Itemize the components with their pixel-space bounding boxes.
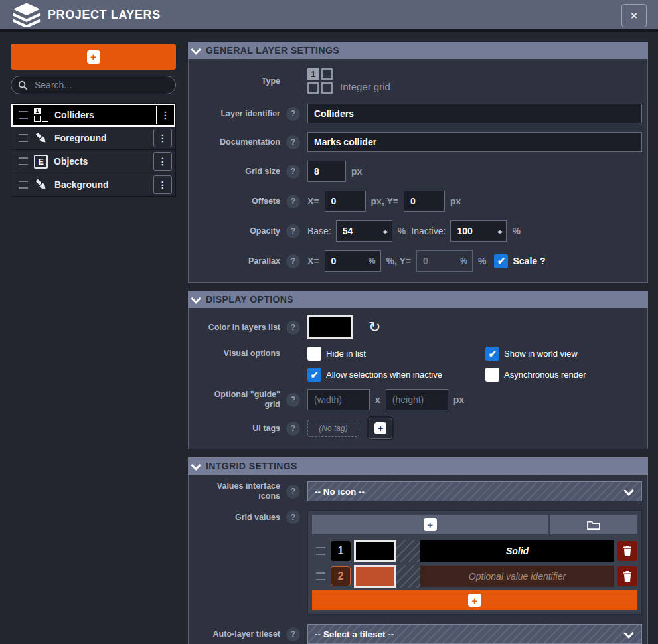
layer-name: Foreground (54, 133, 153, 143)
value-identifier-input[interactable] (420, 540, 614, 562)
type-label: Type (198, 76, 280, 86)
help-icon[interactable]: ? (286, 135, 300, 149)
grid-values-label: Grid values (198, 513, 280, 523)
drag-handle-icon[interactable] (19, 157, 28, 165)
values-icons-row: Values interface icons ? -- No icon -- (198, 481, 642, 501)
px-unit: px (351, 166, 362, 177)
help-icon[interactable]: ? (286, 510, 300, 524)
section-display-header[interactable]: DISPLAY OPTIONS (188, 291, 648, 308)
help-icon[interactable]: ? (286, 195, 300, 208)
layer-menu-button[interactable]: ⋮ (156, 106, 174, 124)
plus-icon: + (374, 422, 386, 434)
guide-height-input[interactable] (386, 389, 448, 410)
grid-size-label: Grid size (198, 167, 280, 177)
add-value-bar-button[interactable]: + (312, 590, 637, 610)
intgrid-cell: 1 (34, 108, 41, 114)
grid-values-row: Grid values ? + (198, 510, 642, 615)
plus-icon: + (87, 50, 100, 64)
opacity-inactive-input[interactable] (450, 220, 507, 242)
section-intgrid: INTGRID SETTINGS Values interface icons … (188, 457, 648, 644)
value-badge: 1 (331, 541, 351, 561)
close-button[interactable]: × (621, 4, 647, 27)
hatch-decoration (396, 565, 420, 588)
layer-row-foreground[interactable]: Foreground ⋮ (11, 127, 175, 150)
scale-checkbox[interactable] (494, 254, 508, 268)
hide-in-list-checkbox[interactable] (307, 347, 321, 361)
reset-color-icon[interactable]: ↻ (369, 320, 380, 335)
section-title: GENERAL LAYER SETTINGS (206, 45, 339, 56)
help-icon[interactable]: ? (286, 107, 300, 121)
guide-grid-label: Optional "guide" grid (198, 390, 280, 410)
color-label: Color in layers list (198, 323, 280, 333)
delete-value-button[interactable] (617, 541, 637, 561)
section-intgrid-header[interactable]: INTGRID SETTINGS (188, 457, 648, 475)
group-folder-button[interactable] (550, 515, 637, 534)
opacity-base-input[interactable] (336, 220, 392, 242)
auto-tileset-dropdown[interactable]: -- Select a tileset -- (307, 624, 642, 644)
add-tag-button[interactable]: + (369, 418, 392, 439)
drag-handle-icon[interactable] (19, 181, 28, 189)
checkbox-label: Show in world view (504, 349, 578, 359)
help-icon[interactable]: ? (286, 422, 300, 436)
help-icon[interactable]: ? (286, 254, 300, 268)
layer-search[interactable] (11, 76, 176, 94)
guide-width-input[interactable] (307, 389, 370, 410)
px-unit: px (450, 196, 461, 206)
percent-unit: % (398, 226, 406, 236)
chevron-down-icon (191, 44, 201, 55)
offset-mid-label: px, Y= (371, 196, 398, 206)
help-icon[interactable]: ? (286, 224, 300, 238)
title-bar: PROJECT LAYERS × (0, 0, 658, 32)
allow-selections-checkbox[interactable] (307, 368, 321, 382)
help-icon[interactable]: ? (286, 627, 300, 641)
layer-row-colliders[interactable]: 1 Colliders ⋮ (11, 104, 175, 127)
drag-handle-icon[interactable] (19, 111, 28, 119)
plus-icon: + (468, 594, 481, 607)
show-in-world-view-checkbox[interactable] (485, 347, 499, 361)
layer-name: Objects (54, 156, 153, 167)
drag-handle-icon[interactable] (316, 572, 325, 580)
layer-row-background[interactable]: Background ⋮ (11, 173, 175, 196)
drag-handle-icon[interactable] (316, 547, 325, 555)
value-color-swatch[interactable] (354, 565, 396, 588)
offset-x-input[interactable] (325, 191, 366, 212)
documentation-input[interactable] (307, 132, 642, 152)
parallax-x-input[interactable] (325, 250, 381, 272)
delete-value-button[interactable] (617, 566, 637, 586)
add-layer-button[interactable]: + (11, 44, 176, 70)
intgrid-cell: 1 (307, 68, 319, 80)
layer-menu-button[interactable]: ⋮ (153, 152, 172, 171)
help-icon[interactable]: ? (286, 321, 300, 335)
layers-stack-icon (12, 2, 41, 27)
layer-color-swatch[interactable] (307, 315, 353, 339)
grid-value-row-1: 1 (312, 540, 637, 562)
layer-identifier-input[interactable] (307, 104, 642, 123)
values-icons-dropdown[interactable]: -- No icon -- (307, 481, 642, 501)
offset-y-input[interactable] (404, 191, 445, 212)
async-render-checkbox[interactable] (485, 368, 499, 382)
help-icon[interactable]: ? (286, 485, 300, 499)
layer-list: 1 Colliders ⋮ Foreground ⋮ E Objects ⋮ (11, 103, 176, 197)
chevron-down-icon (191, 460, 201, 471)
help-icon[interactable]: ? (286, 165, 300, 179)
grid-size-input[interactable] (307, 161, 346, 182)
add-grid-value-button[interactable]: + (312, 515, 548, 534)
value-color-swatch[interactable] (354, 540, 396, 562)
section-title: DISPLAY OPTIONS (206, 294, 293, 305)
dropdown-value: -- No icon -- (315, 487, 626, 497)
layer-row-objects[interactable]: E Objects ⋮ (11, 150, 175, 173)
no-tag-badge: (No tag) (307, 420, 359, 437)
search-input[interactable] (33, 79, 169, 91)
value-identifier-input[interactable] (420, 566, 614, 587)
checkbox-label: Allow selections when inactive (326, 370, 442, 380)
drag-handle-icon[interactable] (19, 134, 28, 142)
entity-letter: E (38, 157, 44, 167)
parallax-y-input[interactable] (416, 250, 473, 272)
layer-menu-button[interactable]: ⋮ (153, 129, 172, 147)
section-general-header[interactable]: GENERAL LAYER SETTINGS (188, 42, 648, 59)
percent-unit: % (478, 256, 486, 266)
layer-menu-button[interactable]: ⋮ (153, 175, 172, 194)
parallax-x-prefix: X= (307, 256, 319, 266)
scale-label: Scale ? (513, 256, 545, 266)
help-icon[interactable]: ? (286, 393, 300, 407)
